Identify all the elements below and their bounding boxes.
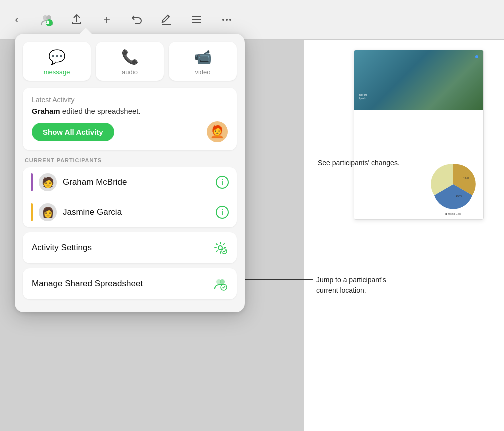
video-button[interactable]: 📹 video <box>169 42 237 81</box>
svg-point-17 <box>220 280 225 284</box>
audio-button[interactable]: 📞 audio <box>96 42 164 81</box>
svg-text:19%: 19% <box>464 177 470 180</box>
callout-location: Jump to a participant'scurrent location. <box>236 275 386 296</box>
callout-location-line <box>236 280 314 280</box>
activity-settings-icon <box>213 240 228 256</box>
participant-row: 👩 Jasmine Garcia i <box>23 198 237 228</box>
callout-changes: See participants' changes. <box>255 159 400 167</box>
participant-row: 🧑 Graham McBride i <box>23 168 237 198</box>
participants-card: 🧑 Graham McBride i 👩 Jasmine Garcia i <box>23 168 237 228</box>
back-button[interactable]: ‹ <box>8 11 26 29</box>
popover-panel: 💬 message 📞 audio 📹 video Latest Activit… <box>15 34 245 312</box>
jasmine-stripe <box>31 204 33 222</box>
participants-section-label: CURRENT PARTICIPANTS <box>23 156 237 168</box>
message-button[interactable]: 💬 message <box>23 42 91 81</box>
add-button[interactable]: + <box>98 11 116 29</box>
jasmine-avatar: 👩 <box>39 204 57 222</box>
video-icon: 📹 <box>194 49 212 66</box>
format-button[interactable] <box>188 11 206 29</box>
svg-point-10 <box>230 19 232 21</box>
doc-page: half thel pack. 19% 10% ◼ Hiking Gear <box>354 50 484 220</box>
more-button[interactable] <box>218 11 236 29</box>
svg-point-14 <box>218 246 222 250</box>
callout-location-text: Jump to a participant'scurrent location. <box>316 275 386 296</box>
audio-label: audio <box>122 68 138 76</box>
comm-buttons-row: 💬 message 📞 audio 📹 video <box>23 42 237 81</box>
jasmine-info-button[interactable]: i <box>216 206 229 219</box>
doc-preview: half thel pack. 19% 10% ◼ Hiking Gear <box>304 40 504 431</box>
latest-activity-desc: Graham edited the spreadsheet. <box>32 107 228 116</box>
graham-avatar: 🧑 <box>39 174 57 192</box>
message-icon: 💬 <box>48 49 66 66</box>
manage-shared-card[interactable]: Manage Shared Spreadsheet <box>23 268 237 300</box>
graham-stripe <box>31 174 33 192</box>
undo-button[interactable] <box>128 11 146 29</box>
svg-text:10%: 10% <box>456 194 462 198</box>
activity-settings-label: Activity Settings <box>32 243 92 253</box>
graham-name: Graham McBride <box>63 178 210 188</box>
jasmine-name: Jasmine Garcia <box>63 208 210 218</box>
collab-button[interactable] <box>38 11 56 29</box>
user-memoji: 🧑‍🦰 <box>207 122 228 142</box>
activity-row: Show All Activity 🧑‍🦰 <box>32 122 228 142</box>
graham-info-button[interactable]: i <box>216 176 229 189</box>
video-label: video <box>195 68 210 76</box>
markup-button[interactable] <box>158 11 176 29</box>
show-all-activity-button[interactable]: Show All Activity <box>32 123 114 142</box>
activity-settings-card[interactable]: Activity Settings <box>23 232 237 264</box>
manage-shared-icon <box>213 276 228 292</box>
phone-icon: 📞 <box>122 49 139 66</box>
latest-activity-card: Latest Activity Graham edited the spread… <box>23 88 237 150</box>
manage-shared-label: Manage Shared Spreadsheet <box>32 279 143 289</box>
share-button[interactable] <box>68 11 86 29</box>
latest-activity-title: Latest Activity <box>32 96 228 104</box>
activity-author: Graham <box>32 107 60 116</box>
callout-changes-text: See participants' changes. <box>318 159 400 167</box>
svg-point-8 <box>222 19 224 21</box>
activity-text: edited the spreadsheet. <box>60 107 141 116</box>
message-label: message <box>44 68 70 76</box>
svg-point-9 <box>226 19 228 21</box>
callout-changes-line <box>255 163 315 164</box>
